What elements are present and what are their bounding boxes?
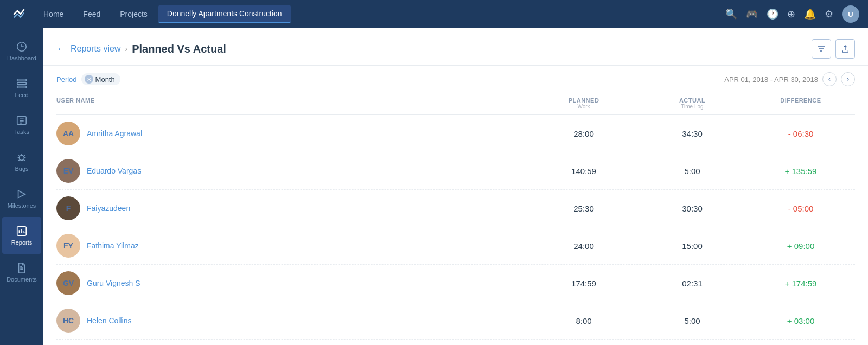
actual-time: 02:31 — [638, 279, 746, 288]
nav-actions: 🔍 🎮 🕐 ⊕ 🔔 ⚙ U — [725, 5, 859, 23]
sidebar: Dashboard Feed Tasks Bugs — [0, 28, 43, 345]
table-header: USER NAME PLANNED Work ACTUAL Time Log D… — [56, 93, 855, 115]
actual-time: 30:30 — [638, 204, 746, 213]
filter-row: Period ✕ Month APR 01, 2018 - APR 30, 20… — [43, 66, 868, 93]
nav-links: Home Feed Projects Donnelly Apartments C… — [35, 5, 725, 23]
avatar: GV — [56, 271, 80, 295]
header-actions — [812, 39, 855, 59]
user-name-link[interactable]: Helen Collins — [87, 316, 131, 325]
difference: + 03:00 — [746, 316, 855, 325]
top-navigation: Home Feed Projects Donnelly Apartments C… — [0, 0, 868, 28]
sidebar-item-reports[interactable]: Reports — [2, 217, 41, 254]
sidebar-item-dashboard[interactable]: Dashboard — [2, 33, 41, 69]
app-logo[interactable] — [9, 3, 30, 25]
user-cell: EV Eduardo Vargas — [56, 159, 529, 183]
table-row: GV Guru Vignesh S 174:59 02:31 + 174:59 — [56, 265, 855, 302]
breadcrumb: ← Reports view › Planned Vs Actual — [56, 43, 226, 55]
col-difference: DIFFERENCE — [746, 97, 855, 110]
user-name-link[interactable]: Amritha Agrawal — [87, 129, 142, 138]
date-range-text: APR 01, 2018 - APR 30, 2018 — [724, 75, 818, 84]
bell-icon[interactable]: 🔔 — [804, 8, 816, 20]
table-row: EV Eduardo Vargas 140:59 5:00 + 135:59 — [56, 152, 855, 190]
user-cell: F Faiyazudeen — [56, 196, 529, 220]
sidebar-item-bugs[interactable]: Bugs — [2, 143, 41, 180]
table-row: F Faiyazudeen 25:30 30:30 - 05:00 — [56, 190, 855, 227]
avatar: EV — [56, 159, 80, 183]
actual-time: 5:00 — [638, 167, 746, 176]
actual-time: 34:30 — [638, 129, 746, 138]
user-cell: HC Helen Collins — [56, 309, 529, 333]
planned-time: 25:30 — [529, 204, 638, 213]
difference: - 06:30 — [746, 129, 855, 138]
user-name-link[interactable]: Eduardo Vargas — [87, 167, 141, 175]
user-name-link[interactable]: Faiyazudeen — [87, 204, 130, 213]
user-cell: FY Fathima Yilmaz — [56, 234, 529, 258]
date-next-button[interactable] — [841, 72, 855, 86]
table-row: AA Amritha Agrawal 28:00 34:30 - 06:30 — [56, 115, 855, 152]
planned-time: 24:00 — [529, 241, 638, 251]
table-row: HC Helen Collins 8:00 5:00 + 03:00 — [56, 302, 855, 340]
user-cell: AA Amritha Agrawal — [56, 122, 529, 145]
breadcrumb-separator: › — [125, 44, 127, 53]
page-title: Planned Vs Actual — [132, 43, 226, 55]
table-row: FY Fathima Yilmaz 24:00 15:00 + 09:00 — [56, 227, 855, 265]
svg-point-5 — [19, 155, 24, 160]
avatar: HC — [56, 309, 80, 333]
avatar: F — [56, 196, 80, 220]
user-name-link[interactable]: Fathima Yilmaz — [87, 241, 139, 250]
date-range: APR 01, 2018 - APR 30, 2018 — [724, 72, 855, 86]
planned-time: 8:00 — [529, 316, 638, 325]
user-name-link[interactable]: Guru Vignesh S — [87, 279, 141, 288]
date-prev-button[interactable] — [822, 72, 837, 86]
month-filter-tag: ✕ Month — [81, 73, 120, 85]
svg-rect-3 — [17, 86, 27, 88]
sidebar-item-feed[interactable]: Feed — [2, 69, 41, 106]
month-filter-close[interactable]: ✕ — [85, 75, 93, 84]
settings-icon[interactable]: ⚙ — [825, 8, 833, 20]
period-filter-label: Period — [56, 75, 77, 84]
nav-project-active[interactable]: Donnelly Apartments Construction — [158, 5, 291, 23]
user-avatar[interactable]: U — [842, 5, 859, 23]
table-container: USER NAME PLANNED Work ACTUAL Time Log D… — [43, 93, 868, 345]
sidebar-item-milestones[interactable]: Milestones — [2, 180, 41, 217]
gamepad-icon[interactable]: 🎮 — [746, 8, 758, 20]
plus-icon[interactable]: ⊕ — [787, 8, 795, 20]
difference: + 09:00 — [746, 241, 855, 251]
breadcrumb-reports-view[interactable]: Reports view — [71, 44, 120, 54]
col-username: USER NAME — [56, 97, 529, 110]
search-icon[interactable]: 🔍 — [725, 8, 737, 20]
nav-home[interactable]: Home — [35, 5, 72, 23]
month-filter-value: Month — [95, 75, 115, 84]
nav-feed[interactable]: Feed — [74, 5, 109, 23]
svg-rect-6 — [17, 227, 27, 236]
nav-projects[interactable]: Projects — [111, 5, 156, 23]
content-area: ← Reports view › Planned Vs Actual — [43, 28, 868, 345]
col-planned: PLANNED Work — [529, 97, 638, 110]
user-cell: GV Guru Vignesh S — [56, 271, 529, 295]
filter-left: Period ✕ Month — [56, 73, 120, 85]
svg-rect-2 — [17, 82, 27, 85]
back-button[interactable]: ← — [56, 43, 66, 55]
page-header: ← Reports view › Planned Vs Actual — [43, 28, 868, 66]
planned-time: 140:59 — [529, 167, 638, 176]
actual-time: 5:00 — [638, 316, 746, 325]
planned-time: 28:00 — [529, 129, 638, 138]
main-layout: Dashboard Feed Tasks Bugs — [0, 28, 868, 345]
difference: + 135:59 — [746, 167, 855, 176]
svg-rect-1 — [17, 79, 27, 81]
actual-time: 15:00 — [638, 241, 746, 251]
clock-icon[interactable]: 🕐 — [767, 8, 778, 20]
planned-time: 174:59 — [529, 279, 638, 288]
avatar: AA — [56, 122, 80, 145]
sidebar-item-documents[interactable]: Documents — [2, 254, 41, 291]
sidebar-item-tasks[interactable]: Tasks — [2, 106, 41, 143]
avatar: FY — [56, 234, 80, 258]
export-button[interactable] — [835, 39, 855, 59]
difference: + 174:59 — [746, 279, 855, 288]
difference: - 05:00 — [746, 204, 855, 213]
filter-button[interactable] — [812, 39, 831, 59]
col-actual: ACTUAL Time Log — [638, 97, 746, 110]
